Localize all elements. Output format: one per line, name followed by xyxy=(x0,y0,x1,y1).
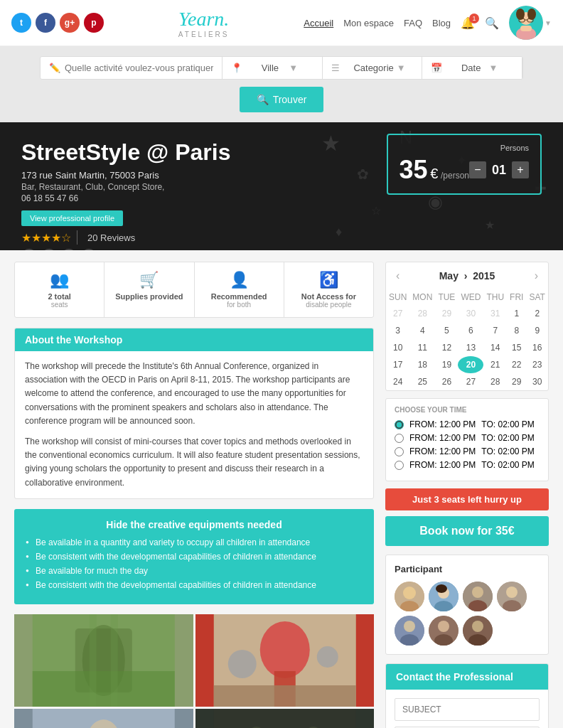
contact-body: SEND xyxy=(386,690,548,728)
seats-sub: seats xyxy=(19,301,100,309)
cal-day-cell[interactable]: 29 xyxy=(435,305,458,322)
cal-day-cell[interactable]: 12 xyxy=(435,339,458,356)
nav-mon-espace[interactable]: Mon espace xyxy=(343,18,394,28)
pinterest-icon[interactable]: p xyxy=(84,13,104,33)
cal-day-cell[interactable]: 25 xyxy=(409,373,435,390)
svg-point-44 xyxy=(403,587,416,599)
cal-day-cell[interactable]: 6 xyxy=(458,322,483,339)
rss-icon[interactable]: ◉ xyxy=(21,249,37,250)
participant-3[interactable] xyxy=(463,582,493,611)
participant-6[interactable] xyxy=(429,616,459,646)
increase-persons-button[interactable]: + xyxy=(512,161,529,178)
search-icon[interactable]: 🔍 xyxy=(485,16,499,30)
calendar-next-button[interactable]: › xyxy=(535,269,538,282)
main-content: 👥 2 total seats 🛒 Supplies provided 👤 Re… xyxy=(0,250,563,728)
facebook-icon[interactable]: f xyxy=(36,13,55,33)
hero-gplus-icon[interactable]: g xyxy=(61,249,77,250)
cal-day-cell[interactable]: 2 xyxy=(526,305,548,322)
nav-blog[interactable]: Blog xyxy=(432,18,451,28)
cal-day-cell[interactable]: 17 xyxy=(386,356,409,373)
participant-7[interactable] xyxy=(463,616,493,646)
search-btn-label: Trouver xyxy=(273,94,307,105)
cal-day-cell[interactable]: 7 xyxy=(483,322,507,339)
cal-day-cell[interactable]: 21 xyxy=(483,356,507,373)
hero-facebook-icon[interactable]: f xyxy=(41,249,57,250)
time-slot-radio-1[interactable] xyxy=(395,420,404,429)
cal-day-cell[interactable]: 30 xyxy=(458,305,483,322)
calendar-prev-button[interactable]: ‹ xyxy=(396,269,400,282)
cal-day-cell[interactable]: 3 xyxy=(386,322,409,339)
nav-faq[interactable]: FAQ xyxy=(404,18,422,28)
time-slot-to-3: TO: 02:00 PM xyxy=(481,446,534,456)
time-slot-radio-2[interactable] xyxy=(395,434,404,443)
hero-twitter-icon[interactable]: t xyxy=(81,249,97,250)
cal-day-cell[interactable]: 18 xyxy=(409,356,435,373)
search-bar: ✏️ 📍 Ville ▼ ☰ Categorie ▼ 📅 Date ▼ 🔍 Tr… xyxy=(0,46,563,122)
activity-input[interactable] xyxy=(65,63,213,73)
cal-day-cell[interactable]: 1 xyxy=(507,305,526,322)
cal-day-cell[interactable]: 22 xyxy=(507,356,526,373)
photo-4-overlay[interactable]: View all60 photos xyxy=(195,709,375,728)
photo-3[interactable] xyxy=(14,709,193,728)
time-slot-radio-4[interactable] xyxy=(395,461,404,470)
time-slot-4: FROM: 12:00 PM TO: 02:00 PM xyxy=(395,460,540,470)
view-profile-button[interactable]: View professional profile xyxy=(21,210,123,226)
cal-day-cell[interactable]: 16 xyxy=(526,339,548,356)
avatar xyxy=(509,6,543,40)
twitter-icon[interactable]: t xyxy=(11,13,31,33)
cal-today-cell[interactable]: 20 xyxy=(458,356,483,373)
participant-4[interactable] xyxy=(497,582,527,611)
contact-section: Contact the Professional SEND xyxy=(385,663,549,728)
date-dropdown[interactable]: 📅 Date ▼ xyxy=(422,57,522,79)
participant-1[interactable] xyxy=(395,582,424,611)
activity-search-field[interactable]: ✏️ xyxy=(41,57,222,79)
participant-5[interactable] xyxy=(395,616,424,646)
cal-day-cell[interactable]: 10 xyxy=(386,339,409,356)
cal-day-cell[interactable]: 11 xyxy=(409,339,435,356)
time-slot-radio-3[interactable] xyxy=(395,447,404,456)
cal-day-cell[interactable]: 14 xyxy=(483,339,507,356)
photo-1[interactable] xyxy=(14,614,193,707)
cal-day-cell[interactable]: 26 xyxy=(435,373,458,390)
notification-bell-icon[interactable]: 🔔 1 xyxy=(461,16,475,30)
cal-day-cell[interactable]: 30 xyxy=(526,373,548,390)
ville-dropdown[interactable]: 📍 Ville ▼ xyxy=(222,57,323,79)
nav-accueil[interactable]: Accueil xyxy=(304,18,333,28)
categorie-label: Categorie xyxy=(353,63,393,73)
decrease-persons-button[interactable]: − xyxy=(469,161,486,178)
cal-day-cell[interactable]: 8 xyxy=(507,322,526,339)
cal-day-cell[interactable]: 9 xyxy=(526,322,548,339)
cal-day-tue: TUE xyxy=(435,289,458,305)
book-now-button[interactable]: Book now for 35€ xyxy=(385,516,549,546)
cal-day-fri: FRI xyxy=(507,289,526,305)
participant-2[interactable] xyxy=(429,582,459,611)
search-button[interactable]: 🔍 Trouver xyxy=(240,87,324,112)
cal-day-cell[interactable]: 24 xyxy=(386,373,409,390)
cal-day-cell[interactable]: 28 xyxy=(409,305,435,322)
date-chevron: ▼ xyxy=(488,63,513,73)
time-slot-1: FROM: 12:00 PM TO: 02:00 PM xyxy=(395,419,540,429)
cal-day-cell[interactable]: 15 xyxy=(507,339,526,356)
cal-day-cell[interactable]: 5 xyxy=(435,322,458,339)
cal-day-cell[interactable]: 31 xyxy=(483,305,507,322)
equipment-title: Hide the creative equipments needed xyxy=(26,519,363,530)
logo-text[interactable]: Yearn. xyxy=(178,8,230,31)
cal-day-cell[interactable]: 4 xyxy=(409,322,435,339)
cal-day-cell[interactable]: 29 xyxy=(507,373,526,390)
seats-icon: 👥 xyxy=(19,271,100,289)
cal-day-cell[interactable]: 23 xyxy=(526,356,548,373)
cal-day-cell[interactable]: 19 xyxy=(435,356,458,373)
gplus-icon[interactable]: g+ xyxy=(60,13,80,33)
persons-label: Persons xyxy=(400,144,529,152)
categorie-dropdown[interactable]: ☰ Categorie ▼ xyxy=(323,57,423,79)
svg-rect-26 xyxy=(111,614,118,707)
cal-day-cell[interactable]: 27 xyxy=(458,373,483,390)
cal-day-cell[interactable]: 28 xyxy=(483,373,507,390)
photo-2[interactable] xyxy=(195,614,375,707)
view-all-photos-overlay[interactable]: View all60 photos xyxy=(195,709,375,728)
cal-day-cell[interactable]: 27 xyxy=(386,305,409,322)
cal-day-cell[interactable]: 13 xyxy=(458,339,483,356)
price-currency: € xyxy=(430,166,438,181)
user-avatar[interactable]: ▼ xyxy=(509,6,552,40)
subject-input[interactable] xyxy=(395,698,540,721)
